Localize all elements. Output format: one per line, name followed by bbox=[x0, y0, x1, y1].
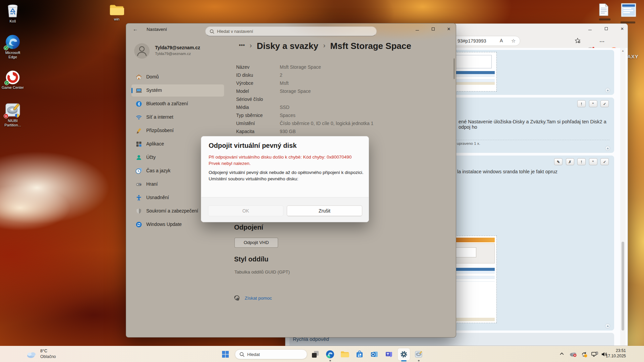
taskbar: 8°C Oblačno Hledat bbox=[0, 346, 644, 362]
ok-button[interactable]: OK bbox=[208, 205, 283, 216]
taskbar-explorer-button[interactable] bbox=[339, 349, 350, 360]
tray-clock[interactable]: 23:51 17.10.2025 bbox=[606, 348, 626, 358]
accessibility-icon bbox=[136, 194, 142, 201]
agree-button[interactable]: ✓ bbox=[600, 100, 609, 107]
tray-update-icon[interactable] bbox=[581, 352, 588, 359]
agree-button[interactable]: ✓ bbox=[600, 158, 609, 165]
get-help-link[interactable]: ? Získat pomoc bbox=[234, 295, 272, 301]
page-scrollbar[interactable]: ▲ bbox=[620, 48, 626, 346]
page-title: Msft Storage Space bbox=[330, 41, 411, 51]
edit-button[interactable]: ✎ bbox=[554, 158, 562, 165]
teams-icon bbox=[385, 350, 393, 358]
detach-vhd-button[interactable]: Odpojit VHD bbox=[234, 238, 278, 248]
desktop-icon-win-folder[interactable]: win bbox=[104, 4, 129, 21]
back-icon[interactable]: ← bbox=[133, 26, 138, 32]
favorites-bar-icon[interactable] bbox=[575, 38, 581, 45]
weather-widget[interactable]: 8°C Oblačno bbox=[23, 348, 77, 361]
gear-icon bbox=[400, 350, 408, 358]
quote-button[interactable]: “ bbox=[589, 158, 597, 165]
desktop-icon-recycle-bin[interactable]: Koš bbox=[0, 3, 25, 23]
sidebar-item-network[interactable]: Síť a internet bbox=[131, 111, 224, 123]
clock-date: 17.10.2025 bbox=[606, 354, 626, 358]
taskbar-edge-button[interactable] bbox=[325, 349, 335, 360]
apps-icon bbox=[136, 141, 142, 147]
active-indicator bbox=[401, 360, 407, 361]
desktop-icon-game-center[interactable]: ✓ Game Center bbox=[0, 70, 25, 90]
taskbar-settings-button[interactable] bbox=[398, 348, 410, 360]
window-title: Nastavení bbox=[147, 27, 167, 32]
desktop-icon-label: win bbox=[104, 17, 129, 21]
image-file-icon bbox=[621, 3, 637, 19]
desktop-icon-label: Microsoft bbox=[5, 51, 20, 55]
clock-icon bbox=[136, 168, 142, 174]
desktop-icon-document[interactable] bbox=[599, 3, 610, 20]
dialog-body-text: Odpojený virtuální pevný disk nebude až … bbox=[209, 169, 366, 182]
settings-scrollbar-thumb[interactable] bbox=[453, 58, 455, 79]
tray-chevron-icon[interactable] bbox=[559, 352, 564, 358]
scroll-top-icon[interactable] bbox=[605, 323, 610, 328]
scrollbar-thumb[interactable] bbox=[622, 242, 624, 330]
edge-maximize-button[interactable] bbox=[599, 24, 613, 33]
home-icon bbox=[136, 74, 142, 80]
document-icon bbox=[599, 3, 608, 16]
outlook-icon bbox=[370, 350, 378, 358]
desktop-icon-edge[interactable]: ✓ Microsoft Edge bbox=[0, 34, 25, 59]
desktop-icon-label: NIUBI bbox=[8, 119, 17, 123]
scroll-top-icon[interactable] bbox=[605, 88, 610, 93]
taskbar-niubi-button[interactable] bbox=[413, 349, 424, 360]
sidebar-item-bluetooth[interactable]: Bluetooth a zařízení bbox=[131, 98, 224, 110]
edge-minimize-button[interactable] bbox=[583, 24, 597, 33]
read-aloud-icon[interactable]: A bbox=[500, 38, 503, 43]
dialog-footer: OK Zrušit bbox=[201, 197, 369, 222]
taskbar-outlook-button[interactable] bbox=[369, 349, 380, 360]
task-view-button[interactable] bbox=[310, 349, 321, 360]
shortcut-check-badge: ✓ bbox=[4, 46, 8, 50]
settings-search-box[interactable]: Hledat v nastavení bbox=[205, 26, 377, 36]
sidebar-item-home[interactable]: Domů bbox=[131, 71, 224, 83]
taskbar-search[interactable]: Hledat bbox=[235, 349, 307, 359]
breadcrumb-parent[interactable]: Disky a svazky bbox=[257, 41, 318, 51]
edge-icon bbox=[326, 350, 334, 359]
system-icon bbox=[136, 87, 142, 94]
update-icon bbox=[136, 221, 142, 228]
search-icon bbox=[239, 352, 245, 357]
report-button[interactable]: ! bbox=[577, 100, 586, 107]
settings-maximize-button[interactable] bbox=[425, 23, 441, 35]
delete-button[interactable]: ✗ bbox=[566, 158, 574, 165]
desktop-icon-image-file[interactable] bbox=[621, 3, 637, 23]
breadcrumb: ••• › Disky a svazky › Msft Storage Spac… bbox=[239, 41, 411, 51]
partition-style-heading: Styl oddílu bbox=[234, 255, 268, 263]
more-menu-icon[interactable]: ⋯ bbox=[599, 39, 604, 45]
desktop-icon-niubi[interactable]: ✕ NIUBI Partition... bbox=[0, 102, 25, 127]
report-button[interactable]: ! bbox=[577, 158, 586, 165]
quote-button[interactable]: “ bbox=[589, 100, 597, 107]
settings-close-button[interactable]: ✕ bbox=[441, 23, 456, 35]
post-actions: ✎ ✗ ! “ ✓ bbox=[552, 158, 609, 165]
windows-logo-icon bbox=[222, 351, 229, 358]
icon-label-smudge bbox=[599, 18, 610, 20]
desktop-icon-label: Game Center bbox=[0, 85, 25, 90]
wallpaper-brand-text: AXY bbox=[627, 54, 639, 59]
taskbar-store-button[interactable] bbox=[354, 349, 365, 360]
tray-network-icon[interactable] bbox=[591, 352, 598, 358]
sidebar-item-personalization[interactable]: Přizpůsobení bbox=[131, 125, 224, 137]
search-placeholder: Hledat v nastavení bbox=[217, 29, 253, 34]
error-badge: ✕ bbox=[4, 114, 8, 118]
settings-minimize-button[interactable] bbox=[410, 23, 425, 35]
cloud-icon bbox=[26, 351, 38, 358]
dialog-error-text: Při odpojování virtuálního disku došlo k… bbox=[209, 154, 364, 167]
svg-text:?: ? bbox=[237, 298, 238, 300]
tray-onedrive-icon[interactable] bbox=[570, 352, 577, 358]
edge-close-button[interactable]: ✕ bbox=[615, 24, 628, 33]
breadcrumb-overflow-button[interactable]: ••• bbox=[239, 42, 245, 48]
url-text[interactable]: 93#p1793993 bbox=[458, 38, 486, 44]
cancel-button[interactable]: Zrušit bbox=[287, 205, 362, 216]
scroll-top-icon[interactable] bbox=[605, 146, 610, 151]
taskbar-teams-button[interactable] bbox=[384, 349, 394, 360]
sidebar-item-system[interactable]: Systém bbox=[131, 84, 224, 97]
disconnect-section-heading: Odpojení bbox=[234, 224, 263, 231]
favorite-star-icon[interactable]: ☆ bbox=[511, 38, 516, 44]
user-avatar[interactable] bbox=[134, 43, 150, 59]
scrollbar-up-icon[interactable]: ▲ bbox=[622, 49, 624, 52]
start-button[interactable] bbox=[220, 349, 231, 360]
